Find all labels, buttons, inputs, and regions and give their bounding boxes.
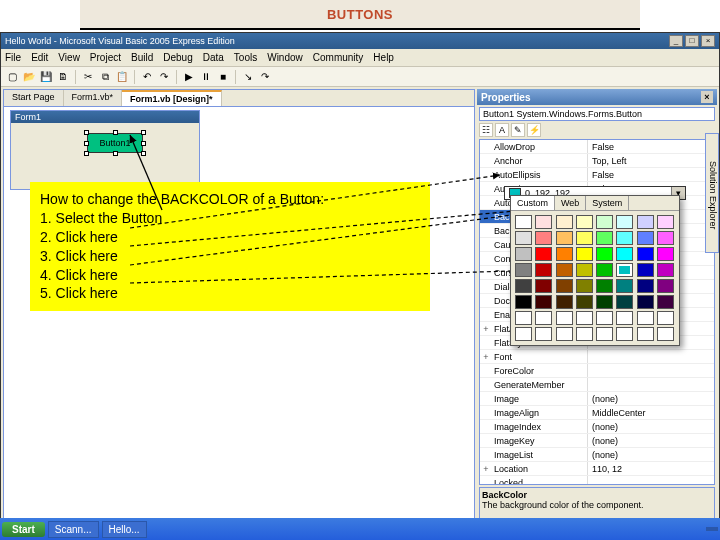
property-value[interactable]	[587, 476, 714, 485]
copy-icon[interactable]: ⧉	[98, 70, 112, 84]
color-swatch[interactable]	[576, 247, 593, 261]
color-swatch[interactable]	[616, 279, 633, 293]
color-swatch[interactable]	[657, 327, 674, 341]
doc-tab[interactable]: Form1.vb [Design]*	[122, 90, 222, 106]
color-swatch[interactable]	[657, 279, 674, 293]
color-tab-web[interactable]: Web	[555, 196, 586, 210]
alphabetical-icon[interactable]: A	[495, 123, 509, 137]
color-swatch[interactable]	[556, 263, 573, 277]
color-swatch[interactable]	[596, 263, 613, 277]
color-swatch[interactable]	[535, 279, 552, 293]
menu-debug[interactable]: Debug	[163, 52, 192, 63]
pause-icon[interactable]: ⏸	[199, 70, 213, 84]
property-value[interactable]: False	[587, 168, 714, 181]
color-swatch[interactable]	[596, 247, 613, 261]
doc-tab[interactable]: Start Page	[4, 90, 64, 106]
color-tab-custom[interactable]: Custom	[511, 196, 555, 210]
property-value[interactable]: False	[587, 140, 714, 153]
resize-handle[interactable]	[141, 130, 146, 135]
menu-edit[interactable]: Edit	[31, 52, 48, 63]
save-all-icon[interactable]: 🗎	[56, 70, 70, 84]
property-value[interactable]: (none)	[587, 448, 714, 461]
color-swatch[interactable]	[616, 295, 633, 309]
color-swatch[interactable]	[556, 231, 573, 245]
color-swatch[interactable]	[596, 295, 613, 309]
color-swatch[interactable]	[616, 247, 633, 261]
form-designer[interactable]: Form1 Button1	[10, 110, 200, 190]
property-value[interactable]	[587, 350, 714, 363]
color-swatch[interactable]	[535, 295, 552, 309]
color-swatch[interactable]	[596, 231, 613, 245]
open-icon[interactable]: 📂	[22, 70, 36, 84]
resize-handle[interactable]	[113, 151, 118, 156]
redo-icon[interactable]: ↷	[157, 70, 171, 84]
property-row[interactable]: Locked	[480, 476, 714, 485]
menu-build[interactable]: Build	[131, 52, 153, 63]
color-swatch[interactable]	[596, 311, 613, 325]
close-button[interactable]: ×	[701, 35, 715, 47]
color-swatch[interactable]	[535, 263, 552, 277]
color-swatch[interactable]	[535, 327, 552, 341]
undo-icon[interactable]: ↶	[140, 70, 154, 84]
property-row[interactable]: ImageAlignMiddleCenter	[480, 406, 714, 420]
system-tray[interactable]	[706, 527, 718, 531]
color-swatch[interactable]	[535, 311, 552, 325]
property-value[interactable]: (none)	[587, 434, 714, 447]
color-swatch[interactable]	[535, 215, 552, 229]
color-swatch[interactable]	[515, 263, 532, 277]
taskbar-item[interactable]: Hello...	[102, 521, 147, 538]
property-value[interactable]	[587, 378, 714, 391]
color-swatch[interactable]	[657, 295, 674, 309]
property-row[interactable]: ForeColor	[480, 364, 714, 378]
color-swatch[interactable]	[637, 327, 654, 341]
color-swatch[interactable]	[596, 327, 613, 341]
color-swatch[interactable]	[556, 279, 573, 293]
properties-object-selector[interactable]: Button1 System.Windows.Forms.Button	[479, 107, 715, 121]
events-icon[interactable]: ⚡	[527, 123, 541, 137]
resize-handle[interactable]	[84, 151, 89, 156]
color-swatch[interactable]	[616, 231, 633, 245]
color-swatch[interactable]	[596, 279, 613, 293]
new-icon[interactable]: ▢	[5, 70, 19, 84]
solution-explorer-tab[interactable]: Solution Explorer	[705, 133, 719, 253]
color-swatch[interactable]	[515, 295, 532, 309]
paste-icon[interactable]: 📋	[115, 70, 129, 84]
color-swatch[interactable]	[515, 247, 532, 261]
color-swatch[interactable]	[637, 311, 654, 325]
start-button[interactable]: Start	[2, 522, 45, 537]
property-value[interactable]: 110, 12	[587, 462, 714, 475]
property-row[interactable]: GenerateMember	[480, 378, 714, 392]
property-value[interactable]	[587, 364, 714, 377]
color-swatch[interactable]	[637, 279, 654, 293]
property-row[interactable]: +Font	[480, 350, 714, 364]
taskbar-item[interactable]: Scann...	[48, 521, 99, 538]
color-swatch[interactable]	[576, 279, 593, 293]
color-swatch[interactable]	[576, 311, 593, 325]
menu-project[interactable]: Project	[90, 52, 121, 63]
property-row[interactable]: ImageList(none)	[480, 448, 714, 462]
menu-community[interactable]: Community	[313, 52, 364, 63]
color-swatch[interactable]	[657, 263, 674, 277]
color-tab-system[interactable]: System	[586, 196, 629, 210]
cut-icon[interactable]: ✂	[81, 70, 95, 84]
property-row[interactable]: ImageKey(none)	[480, 434, 714, 448]
color-swatch[interactable]	[637, 215, 654, 229]
color-swatch[interactable]	[515, 231, 532, 245]
property-row[interactable]: AutoEllipsisFalse	[480, 168, 714, 182]
color-swatch[interactable]	[556, 327, 573, 341]
property-row[interactable]: AnchorTop, Left	[480, 154, 714, 168]
color-swatch[interactable]	[576, 263, 593, 277]
color-swatch[interactable]	[556, 295, 573, 309]
property-row[interactable]: Image(none)	[480, 392, 714, 406]
color-swatch[interactable]	[576, 231, 593, 245]
color-swatch[interactable]	[515, 279, 532, 293]
property-row[interactable]: +Location110, 12	[480, 462, 714, 476]
color-swatch[interactable]	[535, 247, 552, 261]
panel-close-icon[interactable]: ×	[701, 91, 713, 103]
resize-handle[interactable]	[84, 141, 89, 146]
stop-icon[interactable]: ■	[216, 70, 230, 84]
save-icon[interactable]: 💾	[39, 70, 53, 84]
prop-page-icon[interactable]: ✎	[511, 123, 525, 137]
color-swatch[interactable]	[515, 327, 532, 341]
button1[interactable]: Button1	[87, 133, 143, 153]
